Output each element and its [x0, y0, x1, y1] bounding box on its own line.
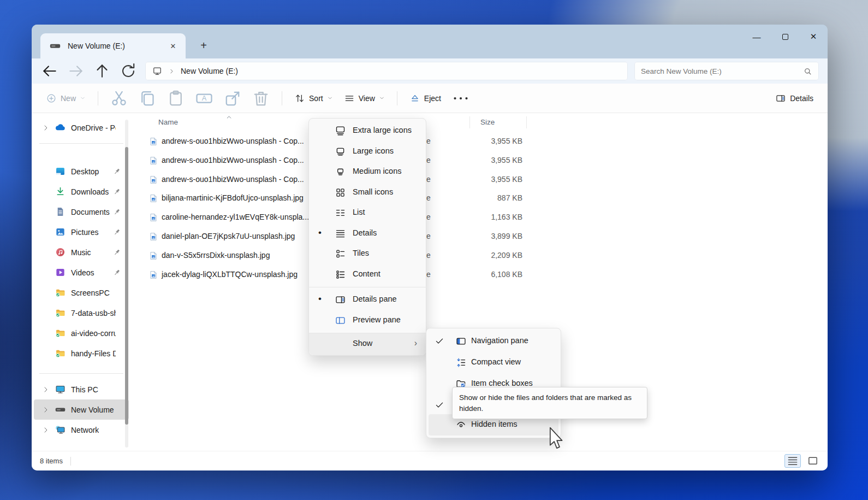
up-button[interactable] [93, 62, 111, 80]
sidebar-item-7-data-usb[interactable]: 7-data-usb-sho [34, 303, 129, 323]
share-button[interactable] [223, 89, 242, 108]
column-header-name[interactable]: Name [158, 118, 178, 126]
sidebar-item-downloads[interactable]: Downloads [34, 181, 129, 202]
menu-item-tiles[interactable]: Tiles [309, 244, 426, 264]
file-name[interactable]: andrew-s-ouo1hbizWwo-unsplash - Cop... [162, 137, 304, 145]
tab-close-button[interactable]: ✕ [166, 39, 180, 53]
delete-button[interactable] [251, 89, 271, 108]
sidebar-item-ai-video[interactable]: ai-video-corrup [34, 323, 129, 343]
submenu-item-navigation-pane[interactable]: Navigation pane [429, 331, 558, 352]
copy-button[interactable] [138, 89, 157, 108]
file-name[interactable]: caroline-hernandez-yl1wEVqEY8k-unspla... [162, 213, 309, 221]
menu-item-extra-large-icons[interactable]: Extra large icons [309, 121, 426, 142]
search-icon[interactable] [803, 67, 812, 76]
menu-item-show[interactable]: Show › [309, 333, 426, 355]
cut-button[interactable] [109, 89, 129, 108]
file-row[interactable]: jacek-dylag-liQXLbTTQCw-unsplash.jpg e 6… [131, 266, 828, 285]
sidebar-item-label: Pictures [71, 228, 99, 237]
file-row[interactable]: dan-v-S5x5rrsDixk-unsplash.jpg e 2,209 K… [131, 246, 828, 266]
submenu-item-compact-view[interactable]: Compact view [429, 352, 558, 373]
sidebar-item-onedrive[interactable]: OneDrive - Perso [34, 117, 129, 138]
sidebar-item-documents[interactable]: Documents [34, 202, 129, 222]
more-options-button[interactable] [451, 89, 471, 108]
thumbnail-view-toggle-button[interactable] [805, 454, 821, 468]
sort-button[interactable]: Sort [289, 89, 338, 108]
new-button[interactable]: New [40, 89, 91, 108]
expand-chevron-icon[interactable] [41, 405, 50, 414]
search-box[interactable] [634, 62, 819, 80]
minimize-button[interactable]: — [742, 25, 771, 49]
refresh-button[interactable] [119, 62, 138, 80]
view-button[interactable]: View [338, 89, 390, 108]
file-size: 3,899 KB [435, 232, 522, 240]
sidebar-item-label: 7-data-usb-sho [71, 309, 116, 317]
sidebar-item-screenspc[interactable]: ScreensPC [34, 283, 129, 303]
file-name[interactable]: jacek-dylag-liQXLbTTQCw-unsplash.jpg [162, 270, 298, 279]
file-name[interactable]: dan-v-S5x5rrsDixk-unsplash.jpg [162, 251, 270, 260]
breadcrumb-location[interactable]: New Volume (E:) [181, 67, 238, 75]
pin-icon [112, 208, 121, 216]
sidebar-scrollbar-thumb[interactable] [125, 147, 128, 425]
menu-item-content[interactable]: Content [309, 264, 426, 285]
menu-item-medium-icons[interactable]: Medium icons [309, 162, 426, 183]
title-bar[interactable]: New Volume (E:) ✕ + — ✕ [32, 25, 828, 58]
file-row[interactable]: biljana-martinic-KjFBdofUjco-unsplash.jp… [131, 189, 828, 208]
view-dropdown-menu: Extra large icons Large icons Medium ico… [308, 118, 426, 356]
file-name[interactable]: andrew-s-ouo1hbizWwo-unsplash - Cop... [162, 156, 304, 164]
back-button[interactable] [40, 62, 59, 80]
column-header-size[interactable]: Size [480, 118, 495, 126]
sidebar-item-videos[interactable]: Videos [34, 262, 129, 283]
column-divider[interactable] [469, 116, 470, 128]
sidebar-item-label: ScreensPC [71, 289, 110, 297]
sidebar-item-this-pc[interactable]: This PC [34, 379, 129, 399]
menu-item-preview-pane[interactable]: Preview pane [309, 310, 426, 331]
sidebar-item-handy-files[interactable]: handy-Files Disa [34, 343, 129, 363]
details-pane-toggle-button[interactable]: Details [770, 89, 819, 108]
submenu-item-label: Compact view [471, 357, 521, 366]
address-bar[interactable]: New Volume (E:) [145, 62, 628, 80]
column-divider[interactable] [526, 116, 527, 128]
plus-circle-icon [46, 93, 57, 104]
eject-button[interactable]: Eject [404, 89, 447, 108]
file-size: 887 KB [435, 193, 522, 202]
sidebar-item-label: New Volume (E:) [71, 405, 116, 414]
maximize-button[interactable] [771, 25, 799, 49]
sidebar-item-desktop[interactable]: Desktop [34, 161, 129, 181]
sort-button-label: Sort [309, 94, 323, 103]
file-name[interactable]: andrew-s-ouo1hbizWwo-unsplash - Cop... [162, 175, 304, 184]
sidebar-item-new-volume-e[interactable]: New Volume (E:) [34, 399, 129, 420]
expand-chevron-icon[interactable] [41, 426, 50, 434]
sidebar-item-pictures[interactable]: Pictures [34, 222, 129, 242]
paste-button[interactable] [166, 89, 186, 108]
forward-button[interactable] [67, 62, 85, 80]
expand-chevron-icon[interactable] [41, 123, 50, 132]
menu-item-label: Extra large icons [353, 126, 412, 134]
file-name[interactable]: biljana-martinic-KjFBdofUjco-unsplash.jp… [162, 193, 304, 202]
menu-item-small-icons[interactable]: Small icons [309, 183, 426, 203]
rename-button[interactable] [194, 89, 214, 108]
tab-title: New Volume (E:) [68, 42, 125, 50]
view-lines-icon [344, 93, 355, 104]
file-name[interactable]: daniel-plan-OE7jKpsk7uU-unsplash.jpg [162, 232, 295, 240]
new-tab-button[interactable]: + [195, 37, 212, 54]
close-button[interactable]: ✕ [799, 25, 828, 49]
sidebar-item-music[interactable]: Music [34, 242, 129, 262]
expand-chevron-icon[interactable] [41, 385, 50, 394]
file-row[interactable]: caroline-hernandez-yl1wEVqEY8k-unspla...… [131, 208, 828, 227]
sidebar-item-network[interactable]: Network [34, 420, 129, 440]
menu-item-list[interactable]: List [309, 203, 426, 223]
file-row[interactable]: andrew-s-ouo1hbizWwo-unsplash - Cop... e… [131, 170, 828, 190]
search-input[interactable] [641, 67, 803, 75]
file-size: 6,108 KB [435, 270, 522, 279]
menu-item-large-icons[interactable]: Large icons [309, 142, 426, 162]
file-row[interactable]: andrew-s-ouo1hbizWwo-unsplash - Cop... e… [131, 151, 828, 170]
menu-item-label: Tiles [353, 249, 369, 257]
details-view-toggle-button[interactable] [784, 454, 801, 468]
file-row[interactable]: daniel-plan-OE7jKpsk7uU-unsplash.jpg e 3… [131, 227, 828, 246]
breadcrumb-chevron-icon[interactable] [168, 68, 175, 75]
file-row[interactable]: andrew-s-ouo1hbizWwo-unsplash - Cop... e… [131, 132, 828, 151]
explorer-tab[interactable]: New Volume (E:) ✕ [40, 33, 186, 58]
submenu-item-label: Hidden items [471, 420, 518, 428]
menu-item-details-pane[interactable]: • Details pane [309, 290, 426, 310]
menu-item-details[interactable]: • Details [309, 223, 426, 244]
